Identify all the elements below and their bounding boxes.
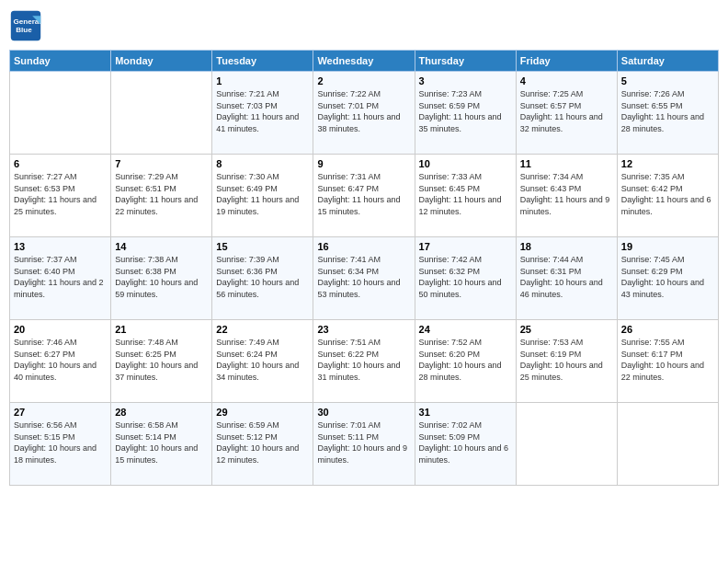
cell-info: Sunrise: 7:37 AM (14, 254, 107, 266)
day-number: 25 (520, 324, 613, 335)
week-row-1: 1Sunrise: 7:21 AMSunset: 7:03 PMDaylight… (10, 72, 719, 155)
cell-info: Sunrise: 7:42 AM (419, 254, 512, 266)
calendar-cell: 31Sunrise: 7:02 AMSunset: 5:09 PMDayligh… (415, 403, 516, 486)
cell-info: Sunset: 5:11 PM (317, 431, 410, 443)
calendar-cell (10, 72, 111, 155)
calendar-cell: 14Sunrise: 7:38 AMSunset: 6:38 PMDayligh… (111, 237, 212, 320)
cell-info: Sunrise: 7:38 AM (115, 254, 208, 266)
day-number: 6 (14, 158, 107, 169)
cell-info: Sunrise: 7:26 AM (621, 88, 714, 100)
cell-info: Sunset: 6:42 PM (621, 183, 714, 195)
cell-info: Daylight: 10 hours and 40 minutes. (14, 360, 107, 383)
calendar-table: SundayMondayTuesdayWednesdayThursdayFrid… (9, 50, 719, 486)
cell-info: Sunset: 6:49 PM (216, 183, 309, 195)
calendar-cell: 30Sunrise: 7:01 AMSunset: 5:11 PMDayligh… (313, 403, 415, 486)
cell-info: Sunrise: 7:31 AM (317, 171, 410, 183)
cell-info: Daylight: 11 hours and 22 minutes. (115, 194, 208, 217)
day-number: 30 (317, 407, 410, 418)
cell-info: Sunset: 6:59 PM (419, 100, 512, 112)
cell-info: Sunset: 6:40 PM (14, 266, 107, 278)
logo-icon: General Blue (9, 9, 42, 42)
header-cell-tuesday: Tuesday (212, 51, 313, 72)
day-number: 28 (115, 407, 208, 418)
cell-info: Sunrise: 7:35 AM (621, 171, 714, 183)
cell-info: Daylight: 11 hours and 38 minutes. (317, 111, 410, 134)
calendar-cell (617, 403, 718, 486)
day-number: 19 (621, 241, 714, 252)
cell-info: Daylight: 11 hours and 35 minutes. (419, 111, 512, 134)
header-cell-friday: Friday (516, 51, 617, 72)
cell-info: Daylight: 10 hours and 15 minutes. (115, 442, 208, 465)
header-cell-saturday: Saturday (617, 51, 718, 72)
cell-info: Sunrise: 7:51 AM (317, 337, 410, 349)
cell-info: Sunrise: 6:58 AM (115, 419, 208, 431)
day-number: 22 (216, 324, 309, 335)
cell-info: Daylight: 10 hours and 6 minutes. (419, 442, 512, 465)
cell-info: Sunset: 5:09 PM (419, 431, 512, 443)
cell-info: Sunrise: 7:44 AM (520, 254, 613, 266)
cell-info: Sunrise: 7:22 AM (317, 88, 410, 100)
cell-info: Sunrise: 7:41 AM (317, 254, 410, 266)
cell-info: Daylight: 10 hours and 53 minutes. (317, 277, 410, 300)
calendar-cell: 16Sunrise: 7:41 AMSunset: 6:34 PMDayligh… (313, 237, 415, 320)
cell-info: Daylight: 11 hours and 6 minutes. (621, 194, 714, 217)
cell-info: Daylight: 10 hours and 50 minutes. (419, 277, 512, 300)
calendar-cell: 11Sunrise: 7:34 AMSunset: 6:43 PMDayligh… (516, 155, 617, 237)
cell-info: Sunrise: 7:25 AM (520, 88, 613, 100)
calendar-cell: 25Sunrise: 7:53 AMSunset: 6:19 PMDayligh… (516, 320, 617, 403)
day-number: 3 (419, 75, 512, 86)
cell-info: Daylight: 10 hours and 56 minutes. (216, 277, 309, 300)
day-number: 29 (216, 407, 309, 418)
calendar-cell: 29Sunrise: 6:59 AMSunset: 5:12 PMDayligh… (212, 403, 313, 486)
cell-info: Sunset: 6:20 PM (419, 349, 512, 361)
calendar-cell (111, 72, 212, 155)
logo: General Blue (9, 9, 46, 42)
calendar-header: SundayMondayTuesdayWednesdayThursdayFrid… (10, 51, 719, 72)
calendar-cell: 27Sunrise: 6:56 AMSunset: 5:15 PMDayligh… (10, 403, 111, 486)
cell-info: Daylight: 11 hours and 9 minutes. (520, 194, 613, 217)
cell-info: Sunset: 5:12 PM (216, 431, 309, 443)
day-number: 12 (621, 158, 714, 169)
day-number: 24 (419, 324, 512, 335)
cell-info: Sunrise: 7:02 AM (419, 419, 512, 431)
header-cell-thursday: Thursday (415, 51, 516, 72)
cell-info: Sunrise: 7:52 AM (419, 337, 512, 349)
cell-info: Sunset: 6:43 PM (520, 183, 613, 195)
day-number: 21 (115, 324, 208, 335)
cell-info: Sunset: 6:25 PM (115, 349, 208, 361)
cell-info: Daylight: 10 hours and 25 minutes. (520, 360, 613, 383)
calendar-cell: 3Sunrise: 7:23 AMSunset: 6:59 PMDaylight… (415, 72, 516, 155)
calendar-cell: 24Sunrise: 7:52 AMSunset: 6:20 PMDayligh… (415, 320, 516, 403)
cell-info: Daylight: 10 hours and 18 minutes. (14, 442, 107, 465)
day-number: 15 (216, 241, 309, 252)
calendar-cell: 19Sunrise: 7:45 AMSunset: 6:29 PMDayligh… (617, 237, 718, 320)
cell-info: Daylight: 11 hours and 25 minutes. (14, 194, 107, 217)
calendar-cell: 17Sunrise: 7:42 AMSunset: 6:32 PMDayligh… (415, 237, 516, 320)
cell-info: Sunset: 6:32 PM (419, 266, 512, 278)
day-number: 7 (115, 158, 208, 169)
week-row-4: 20Sunrise: 7:46 AMSunset: 6:27 PMDayligh… (10, 320, 719, 403)
cell-info: Daylight: 10 hours and 28 minutes. (419, 360, 512, 383)
day-number: 16 (317, 241, 410, 252)
calendar-cell: 1Sunrise: 7:21 AMSunset: 7:03 PMDaylight… (212, 72, 313, 155)
cell-info: Sunrise: 7:45 AM (621, 254, 714, 266)
day-number: 17 (419, 241, 512, 252)
day-number: 26 (621, 324, 714, 335)
cell-info: Sunset: 7:03 PM (216, 100, 309, 112)
cell-info: Sunset: 6:47 PM (317, 183, 410, 195)
cell-info: Daylight: 10 hours and 43 minutes. (621, 277, 714, 300)
cell-info: Daylight: 10 hours and 34 minutes. (216, 360, 309, 383)
cell-info: Daylight: 11 hours and 32 minutes. (520, 111, 613, 134)
cell-info: Sunset: 5:14 PM (115, 431, 208, 443)
cell-info: Sunrise: 7:39 AM (216, 254, 309, 266)
cell-info: Sunrise: 7:48 AM (115, 337, 208, 349)
calendar-cell: 21Sunrise: 7:48 AMSunset: 6:25 PMDayligh… (111, 320, 212, 403)
page-header: General Blue (9, 9, 719, 42)
day-number: 2 (317, 75, 410, 86)
svg-text:Blue: Blue (16, 26, 32, 34)
cell-info: Sunrise: 7:46 AM (14, 337, 107, 349)
calendar-cell: 26Sunrise: 7:55 AMSunset: 6:17 PMDayligh… (617, 320, 718, 403)
cell-info: Sunset: 6:24 PM (216, 349, 309, 361)
cell-info: Daylight: 10 hours and 9 minutes. (317, 442, 410, 465)
cell-info: Sunset: 7:01 PM (317, 100, 410, 112)
